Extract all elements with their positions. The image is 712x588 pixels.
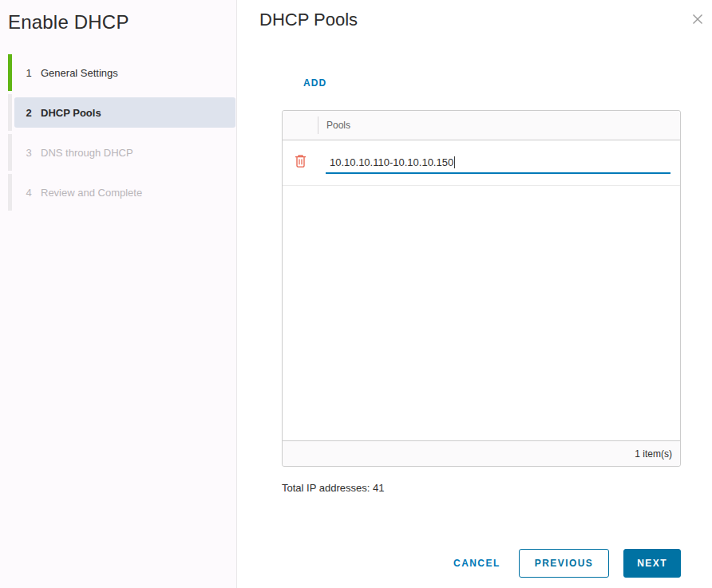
wizard-sidebar: Enable DHCP 1 General Settings 2 DHCP Po… — [0, 0, 237, 588]
wizard-title: Enable DHCP — [8, 11, 236, 34]
add-pool-button[interactable]: ADD — [303, 77, 326, 89]
sidebar-item-review-and-complete: 4 Review and Complete — [0, 172, 236, 212]
step-label: General Settings — [41, 67, 118, 79]
step-number: 1 — [24, 67, 34, 79]
table-row: 10.10.10.110-10.10.10.150 — [283, 140, 680, 186]
step-progress-bar — [8, 174, 12, 211]
dhcp-pools-panel: DHCP Pools ADD Pools — [238, 0, 712, 588]
step-number: 3 — [24, 147, 34, 159]
step-number: 2 — [24, 107, 34, 119]
delete-pool-button[interactable] — [283, 154, 318, 172]
step-number: 4 — [24, 187, 34, 199]
cancel-button[interactable]: CANCEL — [449, 550, 505, 577]
step-progress-bar — [8, 134, 12, 171]
close-button[interactable] — [690, 13, 706, 29]
close-icon — [691, 13, 704, 29]
wizard-steps: 1 General Settings 2 DHCP Pools 3 DNS th… — [0, 53, 236, 212]
next-button[interactable]: NEXT — [623, 549, 681, 578]
pools-table: Pools 10.10.10.110-10.10.10.150 — [282, 110, 681, 467]
page-title: DHCP Pools — [259, 10, 358, 30]
sidebar-item-general-settings[interactable]: 1 General Settings — [0, 53, 236, 93]
step-progress-bar — [8, 94, 12, 131]
step-label: Review and Complete — [41, 187, 142, 199]
text-cursor — [454, 156, 455, 168]
table-empty-area — [283, 186, 680, 440]
step-label: DNS through DHCP — [41, 147, 133, 159]
pools-table-footer: 1 item(s) — [283, 440, 680, 466]
previous-button[interactable]: PREVIOUS — [519, 549, 610, 578]
sidebar-item-dns-through-dhcp: 3 DNS through DHCP — [0, 132, 236, 172]
pools-table-header: Pools — [283, 111, 680, 140]
column-separator — [318, 116, 318, 134]
step-progress-bar — [8, 54, 12, 91]
items-count: 1 item(s) — [635, 448, 672, 460]
total-ip-addresses: Total IP addresses: 41 — [282, 482, 384, 494]
step-label: DHCP Pools — [41, 107, 101, 119]
sidebar-item-dhcp-pools[interactable]: 2 DHCP Pools — [0, 93, 236, 132]
wizard-footer-buttons: CANCEL PREVIOUS NEXT — [449, 549, 681, 578]
pools-column-header: Pools — [326, 120, 350, 131]
pool-range-input[interactable]: 10.10.10.110-10.10.10.150 — [326, 152, 670, 174]
trash-icon — [294, 154, 307, 172]
pool-range-value: 10.10.10.110-10.10.10.150 — [326, 156, 453, 168]
